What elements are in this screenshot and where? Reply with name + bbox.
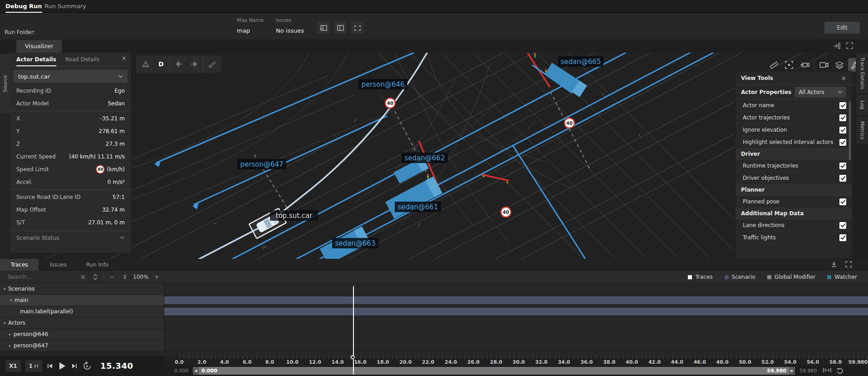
- skip-to-start-icon[interactable]: [47, 363, 53, 369]
- toggle-traffic-lights[interactable]: Traffic lights: [736, 232, 852, 244]
- tab-visualizer[interactable]: Visualizer: [16, 40, 62, 53]
- checkbox-checked[interactable]: [839, 222, 846, 229]
- layout-split-bottom-icon[interactable]: [318, 22, 330, 34]
- toggle-lane-directions[interactable]: Lane directions: [736, 219, 852, 232]
- chevron-expanded-icon[interactable]: ▾: [10, 298, 15, 302]
- frame-step-button[interactable]: 1: [25, 360, 42, 372]
- playhead-handle[interactable]: [350, 355, 354, 359]
- follow-camera-icon[interactable]: [798, 58, 811, 72]
- checkbox-checked[interactable]: [839, 175, 846, 182]
- checkbox-checked[interactable]: [839, 163, 846, 169]
- toggle-runtime-trajectories[interactable]: Runtime trajectories: [736, 160, 852, 172]
- tree-row-main-label[interactable]: main.label(parallel): [0, 306, 868, 317]
- chevron-collapsed-icon[interactable]: ▸: [9, 332, 14, 336]
- clear-search-icon[interactable]: ×: [80, 272, 86, 281]
- sidebar-tab-log[interactable]: Log: [856, 94, 868, 116]
- timeline-lane[interactable]: [164, 283, 868, 294]
- layers-icon[interactable]: [833, 58, 846, 72]
- pedal-icon[interactable]: [205, 57, 219, 71]
- fullscreen-icon[interactable]: [846, 42, 855, 50]
- chevron-expanded-icon[interactable]: ▾: [4, 287, 8, 291]
- chevron-expanded-icon[interactable]: ▾: [4, 321, 8, 325]
- close-icon[interactable]: ×: [841, 74, 846, 82]
- toggle-planned-pose[interactable]: Planned pose: [736, 196, 852, 208]
- toggle-actor-trajectories[interactable]: Actor trajectories: [736, 112, 852, 124]
- zoom-out-icon[interactable]: −: [106, 271, 118, 283]
- warning-triangle-icon[interactable]: [139, 57, 152, 71]
- tree-row-main[interactable]: ▾main: [0, 295, 868, 306]
- step-back-icon[interactable]: [172, 57, 186, 71]
- playback-speed-button[interactable]: X1: [5, 360, 21, 372]
- tab-traces[interactable]: Traces: [0, 259, 39, 271]
- tree-row-actors[interactable]: ▾Actors: [0, 317, 868, 329]
- fit-range-icon[interactable]: [823, 367, 831, 374]
- tab-actor-details[interactable]: Actor Details: [16, 53, 56, 66]
- download-icon[interactable]: [831, 261, 840, 269]
- scenario-status-expander[interactable]: Scenario Status: [10, 231, 131, 244]
- timeline-ruler[interactable]: 0.02.04.06.08.010.012.014.016.018.020.02…: [164, 356, 868, 366]
- playhead-line[interactable]: [353, 286, 354, 356]
- tab-debug-run[interactable]: Debug Run: [5, 0, 42, 13]
- tree-row-person-646[interactable]: ▸person@646: [0, 329, 868, 340]
- sort-expand-icon[interactable]: [89, 271, 102, 283]
- label-sedan-663[interactable]: sedan@663: [332, 238, 378, 248]
- timeline-lane[interactable]: [164, 295, 868, 306]
- checkbox-checked[interactable]: [839, 139, 846, 146]
- reset-zoom-icon[interactable]: [837, 367, 843, 375]
- scenario-span-bar[interactable]: [164, 297, 868, 304]
- tree-row-scenarios[interactable]: ▾Scenarios: [0, 283, 868, 295]
- actor-properties-dropdown[interactable]: All Actors: [795, 87, 846, 98]
- skip-to-end-icon[interactable]: [71, 363, 78, 369]
- focus-target-icon[interactable]: [782, 58, 796, 72]
- map-canvas[interactable]: sedan@665 person@646 sedan@662 person@64…: [10, 53, 856, 259]
- toggle-driver-objectives[interactable]: Driver objectives: [736, 172, 852, 184]
- replay-loop-icon[interactable]: [82, 361, 92, 371]
- layout-split-left-icon[interactable]: [334, 22, 347, 34]
- scrollbar-thumb[interactable]: ◀ 0.000 59.980 ▶: [193, 367, 795, 375]
- fit-vertical-icon[interactable]: ↕: [118, 271, 131, 283]
- timeline-lane[interactable]: [164, 329, 868, 340]
- camera-icon[interactable]: [817, 58, 831, 72]
- tab-road-details[interactable]: Road Details: [65, 53, 100, 66]
- debug-mode-button[interactable]: D: [154, 57, 168, 71]
- fullscreen-icon[interactable]: [845, 261, 854, 269]
- sidebar-tab-metrics[interactable]: Metrics: [856, 116, 868, 145]
- search-input[interactable]: [7, 273, 77, 281]
- tab-run-info[interactable]: Run Info: [78, 259, 117, 271]
- label-person-647[interactable]: person@647: [237, 159, 286, 169]
- tree-row-person-647[interactable]: ▸person@647: [0, 340, 868, 351]
- tab-issues[interactable]: Issues: [39, 259, 78, 271]
- chevron-collapsed-icon[interactable]: ▸: [9, 343, 14, 348]
- checkbox-checked[interactable]: [839, 127, 846, 134]
- sidebar-tab-trace-details[interactable]: Trace Details: [856, 53, 868, 94]
- toggle-actor-name[interactable]: Actor name: [736, 99, 852, 112]
- checkbox-checked[interactable]: [839, 102, 846, 109]
- step-forward-icon[interactable]: [187, 57, 201, 71]
- label-person-646[interactable]: person@646: [358, 79, 407, 89]
- edit-button[interactable]: Edit: [824, 22, 860, 34]
- range-start-handle[interactable]: ◀: [193, 367, 199, 375]
- label-sedan-661[interactable]: sedan@661: [395, 202, 441, 212]
- collapse-right-icon[interactable]: [833, 42, 842, 50]
- zoom-in-icon[interactable]: +: [150, 271, 163, 283]
- timeline-lane[interactable]: [164, 340, 868, 351]
- play-button[interactable]: [58, 361, 67, 371]
- sidebar-tab-source[interactable]: Source: [0, 54, 10, 114]
- playhead-line-ruler[interactable]: [353, 359, 354, 373]
- tab-run-summary[interactable]: Run Summary: [44, 0, 86, 13]
- timeline-lane[interactable]: [164, 306, 868, 317]
- layout-fullscreen-icon[interactable]: [351, 22, 363, 34]
- actor-selector-dropdown[interactable]: top.sut.car: [14, 70, 128, 83]
- timeline-lane[interactable]: [164, 317, 868, 328]
- checkbox-checked[interactable]: [839, 114, 846, 121]
- measure-ruler-icon[interactable]: [767, 58, 780, 72]
- label-sedan-665[interactable]: sedan@665: [558, 56, 603, 67]
- range-end-handle[interactable]: ▶: [789, 367, 795, 375]
- panel-scrollbar[interactable]: [849, 101, 851, 160]
- scenario-span-bar[interactable]: [164, 308, 868, 316]
- label-sedan-662[interactable]: sedan@662: [402, 153, 448, 163]
- checkbox-checked[interactable]: [839, 234, 846, 241]
- checkbox-checked[interactable]: [839, 198, 846, 205]
- close-icon[interactable]: ×: [121, 54, 127, 62]
- label-ego[interactable]: top.sut.car: [270, 210, 318, 221]
